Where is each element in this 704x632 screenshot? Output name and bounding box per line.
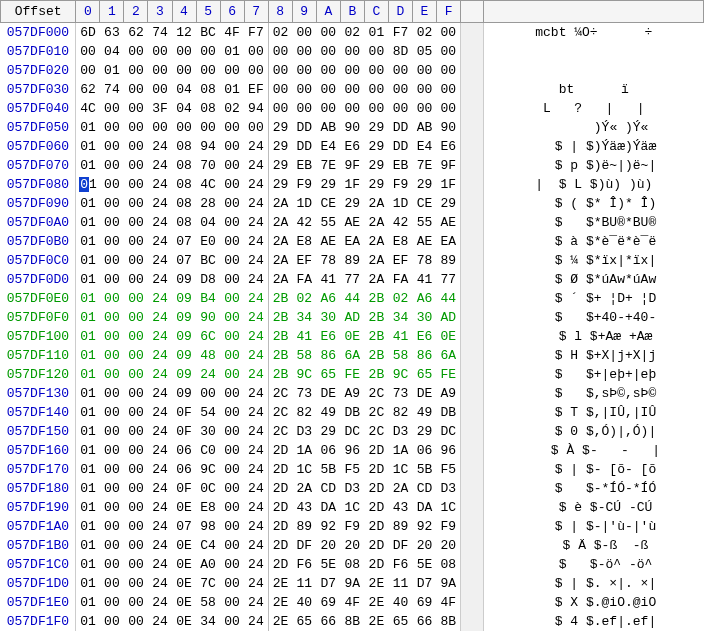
splitter-cell[interactable] xyxy=(461,213,484,232)
hex-row[interactable]: 057DF190010000240EE800242D43DA1C2D43DA1C… xyxy=(1,498,704,517)
hex-cell[interactable]: 00 xyxy=(292,80,316,99)
hex-cell[interactable]: 01 xyxy=(76,479,100,498)
offset-cell[interactable]: 057DF110 xyxy=(1,346,76,365)
hex-cell[interactable]: 00 xyxy=(220,460,244,479)
ascii-cell[interactable]: $ | $)Ýäæ)Ýäæ xyxy=(484,137,704,156)
ascii-cell[interactable] xyxy=(484,42,704,61)
offset-header[interactable]: Offset xyxy=(1,1,76,23)
hex-cell[interactable]: 00 xyxy=(220,346,244,365)
splitter-cell[interactable] xyxy=(461,232,484,251)
hex-cell[interactable]: 2C xyxy=(364,403,388,422)
hex-cell[interactable]: 00 xyxy=(340,61,364,80)
hex-cell[interactable]: 01 xyxy=(76,517,100,536)
hex-cell[interactable]: CE xyxy=(412,194,436,213)
splitter-cell[interactable] xyxy=(461,289,484,308)
hex-cell[interactable]: 00 xyxy=(124,327,148,346)
hex-cell[interactable]: 00 xyxy=(196,384,220,403)
splitter-cell[interactable] xyxy=(461,80,484,99)
hex-cell[interactable]: CE xyxy=(316,194,340,213)
col-header-0[interactable]: 0 xyxy=(76,1,100,23)
hex-cell[interactable]: 00 xyxy=(124,156,148,175)
hex-cell[interactable]: 24 xyxy=(148,194,172,213)
hex-cell[interactable]: 86 xyxy=(316,346,340,365)
hex-cell[interactable]: 00 xyxy=(124,289,148,308)
splitter-grip[interactable] xyxy=(461,1,484,23)
hex-cell[interactable]: 1F xyxy=(437,175,461,194)
hex-cell[interactable]: 24 xyxy=(148,555,172,574)
hex-cell[interactable]: 00 xyxy=(412,61,436,80)
offset-cell[interactable]: 057DF000 xyxy=(1,23,76,42)
hex-cell[interactable]: 24 xyxy=(244,441,268,460)
hex-cell[interactable]: 30 xyxy=(196,422,220,441)
hex-cell[interactable]: 24 xyxy=(148,612,172,631)
hex-cell[interactable]: 0E xyxy=(437,327,461,346)
hex-cell[interactable]: 89 xyxy=(340,251,364,270)
hex-cell[interactable]: D3 xyxy=(292,422,316,441)
hex-cell[interactable]: 24 xyxy=(148,251,172,270)
hex-cell[interactable]: 89 xyxy=(388,517,412,536)
hex-cell[interactable]: 2D xyxy=(268,479,292,498)
hex-cell[interactable]: DD xyxy=(292,118,316,137)
hex-cell[interactable]: 74 xyxy=(148,23,172,42)
hex-cell[interactable]: 00 xyxy=(437,99,461,118)
hex-cell[interactable]: 4F xyxy=(340,593,364,612)
hex-cell[interactable]: 2A xyxy=(388,479,412,498)
hex-cell[interactable]: 2D xyxy=(364,460,388,479)
hex-cell[interactable]: 89 xyxy=(292,517,316,536)
hex-cell[interactable]: 9C xyxy=(292,365,316,384)
hex-cell[interactable]: F9 xyxy=(437,517,461,536)
hex-cell[interactable]: BC xyxy=(196,23,220,42)
hex-cell[interactable]: 00 xyxy=(340,99,364,118)
hex-cell[interactable]: 00 xyxy=(100,403,124,422)
hex-cell[interactable]: 34 xyxy=(196,612,220,631)
hex-cell[interactable]: 2E xyxy=(364,612,388,631)
hex-cell[interactable]: 1A xyxy=(292,441,316,460)
hex-cell[interactable]: 00 xyxy=(124,232,148,251)
hex-cell[interactable]: 69 xyxy=(412,593,436,612)
hex-cell[interactable]: 66 xyxy=(316,612,340,631)
hex-row[interactable]: 057DF0B00100002407E000242AE8AEEA2AE8AEEA… xyxy=(1,232,704,251)
ascii-cell[interactable]: $ l $+Aæ +Aæ xyxy=(484,327,704,346)
offset-cell[interactable]: 057DF090 xyxy=(1,194,76,213)
hex-cell[interactable]: 24 xyxy=(244,346,268,365)
hex-cell[interactable]: 2A xyxy=(364,194,388,213)
hex-cell[interactable]: 0E xyxy=(172,498,196,517)
hex-cell[interactable]: AE xyxy=(437,213,461,232)
ascii-cell[interactable]: $ $+|eþ+|eþ xyxy=(484,365,704,384)
hex-cell[interactable]: 92 xyxy=(412,517,436,536)
splitter-cell[interactable] xyxy=(461,156,484,175)
hex-cell[interactable]: 41 xyxy=(412,270,436,289)
hex-cell[interactable]: 29 xyxy=(364,137,388,156)
hex-cell[interactable]: 01 xyxy=(220,42,244,61)
hex-cell[interactable]: 24 xyxy=(148,403,172,422)
ascii-cell[interactable]: $ $*BU®*BU® xyxy=(484,213,704,232)
hex-cell[interactable]: 05 xyxy=(412,42,436,61)
hex-cell[interactable]: 02 xyxy=(340,23,364,42)
hex-cell[interactable]: 07 xyxy=(172,251,196,270)
hex-cell[interactable]: 00 xyxy=(100,479,124,498)
hex-cell[interactable]: 2C xyxy=(268,403,292,422)
hex-cell[interactable]: 2B xyxy=(268,308,292,327)
hex-cell[interactable]: 00 xyxy=(100,517,124,536)
splitter-cell[interactable] xyxy=(461,555,484,574)
hex-cell[interactable]: 01 xyxy=(76,137,100,156)
hex-cell[interactable]: 00 xyxy=(124,460,148,479)
hex-cell[interactable]: 00 xyxy=(124,213,148,232)
hex-cell[interactable]: 08 xyxy=(437,555,461,574)
hex-cell[interactable]: 5E xyxy=(316,555,340,574)
hex-cell[interactable]: 00 xyxy=(124,251,148,270)
hex-cell[interactable]: 00 xyxy=(100,213,124,232)
hex-cell[interactable]: 4C xyxy=(196,175,220,194)
hex-cell[interactable]: 02 xyxy=(268,23,292,42)
hex-cell[interactable]: DC xyxy=(340,422,364,441)
hex-cell[interactable]: 00 xyxy=(316,23,340,42)
hex-cell[interactable]: 00 xyxy=(124,42,148,61)
hex-cell[interactable]: 08 xyxy=(172,137,196,156)
hex-cell[interactable]: AE xyxy=(340,213,364,232)
hex-cell[interactable]: 01 xyxy=(76,251,100,270)
hex-row[interactable]: 057DF08001000024084C002429F9291F29F9291F… xyxy=(1,175,704,194)
hex-cell[interactable]: 08 xyxy=(172,194,196,213)
hex-cell[interactable]: 2A xyxy=(364,232,388,251)
offset-cell[interactable]: 057DF050 xyxy=(1,118,76,137)
hex-row[interactable]: 057DF180010000240F0C00242D2ACDD32D2ACDD3… xyxy=(1,479,704,498)
